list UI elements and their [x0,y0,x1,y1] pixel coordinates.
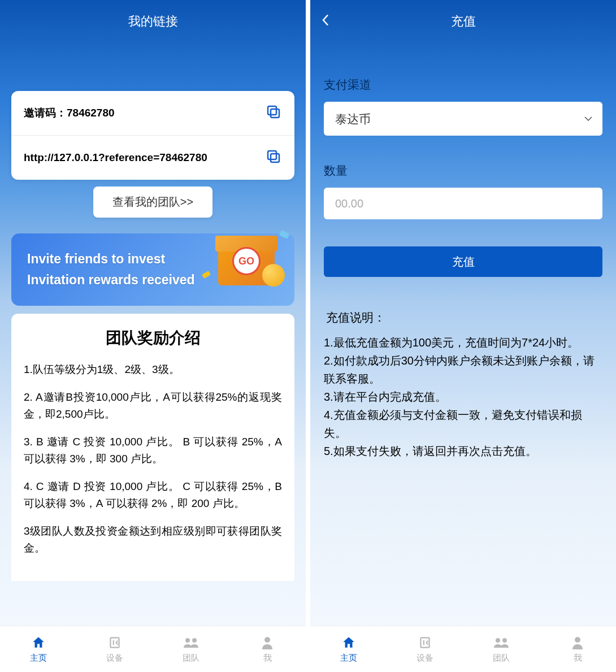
user-icon [261,635,274,651]
device-icon [107,635,122,651]
svg-rect-8 [420,638,429,647]
channel-select[interactable]: 泰达币 [324,102,602,136]
tab-home[interactable]: 主页 [0,626,76,672]
reward-title: 团队奖励介绍 [24,327,282,349]
tab-home[interactable]: 主页 [310,626,387,672]
home-icon [31,635,46,651]
copy-icon[interactable] [265,103,282,123]
device-icon [418,635,432,651]
svg-point-9 [496,638,500,643]
team-icon [493,635,510,651]
desc-title: 充值说明： [324,310,602,326]
reward-item: 4. C 邀请 D 投资 10,000 卢比。 C 可以获得 25%，B 可以获… [24,478,282,511]
svg-point-11 [575,637,580,643]
svg-point-5 [185,638,190,643]
svg-rect-4 [110,638,119,647]
header-title: 我的链接 [128,13,178,30]
header: 我的链接 [0,0,306,43]
tab-team[interactable]: 团队 [153,626,229,672]
invite-code-text: 邀请码：78462780 [24,105,115,122]
svg-rect-1 [268,106,276,115]
recharge-button[interactable]: 充值 [324,246,602,277]
invite-url-row: http://127.0.0.1?reference=78462780 [11,135,294,180]
tab-me[interactable]: 我 [540,626,616,672]
svg-rect-2 [271,154,279,162]
svg-rect-3 [268,151,276,159]
reward-card: 团队奖励介绍 1.队伍等级分为1级、2级、3级。 2. A邀请B投资10,000… [11,314,294,581]
reward-item: 1.队伍等级分为1级、2级、3级。 [24,361,282,378]
svg-point-6 [192,638,197,643]
tab-me[interactable]: 我 [229,626,306,672]
channel-label: 支付渠道 [324,77,602,93]
svg-point-7 [264,637,270,643]
team-icon [183,635,199,651]
back-button[interactable] [322,13,329,31]
svg-rect-0 [271,109,279,118]
tab-device[interactable]: 设备 [76,626,153,672]
desc-text: 1.最低充值金额为100美元，充值时间为7*24小时。 2.如付款成功后30分钟… [324,333,602,460]
view-team-button[interactable]: 查看我的团队>> [93,187,212,218]
invite-banner[interactable]: Invite friends to invest Invitation rewa… [11,233,294,306]
amount-label: 数量 [324,163,602,179]
reward-item: 3. B 邀请 C 投资 10,000 卢比。 B 可以获得 25%，A 可以获… [24,433,282,467]
invite-code-row: 邀请码：78462780 [11,91,294,135]
reward-item: 3级团队人数及投资金额达到相应级别即可获得团队奖金。 [24,523,282,556]
invite-url-text: http://127.0.0.1?reference=78462780 [24,150,207,166]
gift-icon: GO [212,223,280,291]
tab-team[interactable]: 团队 [463,626,540,672]
reward-item: 2. A邀请B投资10,000卢比，A可以获得25%的返现奖金，即2,500卢比… [24,389,282,422]
svg-point-10 [502,638,507,643]
tabbar: 主页 设备 团队 我 [310,626,616,672]
go-badge: GO [232,247,261,275]
banner-text: Invite friends to invest Invitation rewa… [27,249,195,291]
screen-recharge: 充值 支付渠道 泰达币 数量 充值 充值说明： 1.最低充值金额为100美元，充… [310,0,616,672]
user-icon [571,635,584,651]
tabbar: 主页 设备 团队 我 [0,626,306,672]
invite-card: 邀请码：78462780 http://127.0.0.1?reference=… [11,91,294,180]
header-title: 充值 [451,13,476,30]
amount-input[interactable] [324,188,602,219]
copy-icon[interactable] [265,148,282,167]
coin-icon [262,264,285,287]
header: 充值 [310,0,616,43]
tab-device[interactable]: 设备 [387,626,463,672]
screen-my-link: 我的链接 邀请码：78462780 http://127.0.0.1?refer… [0,0,306,672]
home-icon [341,635,356,651]
